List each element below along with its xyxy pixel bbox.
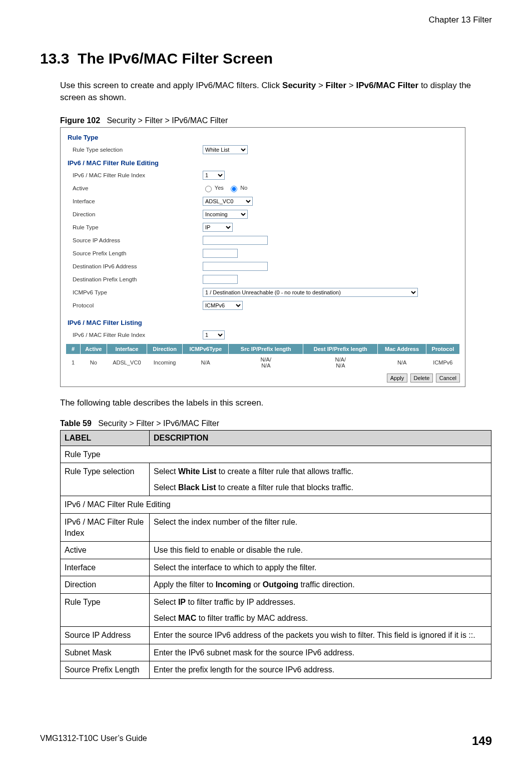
desc-row-ruletype-hdr: Rule Type bbox=[61, 446, 491, 463]
desc-row-ruletype-sel: Rule Type selection Select White List to… bbox=[61, 463, 491, 496]
ruletype2-label: Rule Type bbox=[73, 224, 203, 230]
interface-label: Interface bbox=[73, 198, 203, 204]
desc-desc-direction: Apply the filter to Incoming or Outgoing… bbox=[150, 576, 491, 594]
th-proto: Protocol bbox=[426, 343, 459, 354]
th-src: Src IP/Prefix length bbox=[229, 343, 303, 354]
table-caption-text: Security > Filter > IPv6/MAC Filter bbox=[98, 419, 219, 428]
desc-th-label: LABEL bbox=[61, 430, 150, 446]
icmp-dropdown[interactable]: 1 / Destination Unreachable (0 - no rout… bbox=[203, 288, 418, 297]
srcplen-label: Source Prefix Length bbox=[73, 250, 203, 256]
desc-label-srcplen: Source Prefix Length bbox=[61, 661, 150, 679]
desc-desc-subnet: Enter the IPv6 subnet mask for the sourc… bbox=[150, 644, 491, 661]
srcip-input[interactable] bbox=[203, 236, 268, 245]
desc-row-srcip: Source IP Address Enter the source IPv6 … bbox=[61, 627, 491, 644]
page-number: 149 bbox=[472, 734, 492, 748]
desc-row-interface: Interface Select the interface to which … bbox=[61, 559, 491, 576]
active-no-radio[interactable]: No bbox=[228, 185, 247, 191]
cell-mac: N/A bbox=[378, 354, 426, 370]
nav-sep-1: > bbox=[316, 81, 325, 90]
active-no-text: No bbox=[240, 185, 247, 191]
filter-listing-table: # Active Interface Direction ICMPv6Type … bbox=[66, 343, 460, 370]
desc-row-subnet: Subnet Mask Enter the IPv6 subnet mask f… bbox=[61, 644, 491, 661]
desc-row-ruletype2: Rule Type Select IP to filter traffic by… bbox=[61, 594, 491, 627]
cell-num: 1 bbox=[66, 354, 81, 370]
nav-security: Security bbox=[282, 81, 316, 90]
desc-cell-editing-hdr: IPv6 / MAC Filter Rule Editing bbox=[61, 496, 491, 514]
th-icmp: ICMPv6Type bbox=[183, 343, 229, 354]
description-table: LABEL DESCRIPTION Rule Type Rule Type se… bbox=[60, 430, 491, 679]
desc-row-srcplen: Source Prefix Length Enter the prefix le… bbox=[61, 661, 491, 679]
cancel-button[interactable]: Cancel bbox=[436, 373, 460, 383]
active-yes-radio[interactable]: Yes bbox=[203, 185, 224, 191]
nav-sep-2: > bbox=[346, 81, 356, 90]
cell-icmp: N/A bbox=[183, 354, 229, 370]
th-direction: Direction bbox=[147, 343, 183, 354]
filter-listing-heading: IPv6 / MAC Filter Listing bbox=[68, 319, 460, 326]
table-label: Table 59 bbox=[60, 419, 92, 428]
active-yes-text: Yes bbox=[215, 185, 224, 191]
listing-header-row: # Active Interface Direction ICMPv6Type … bbox=[66, 343, 460, 354]
srcplen-input[interactable] bbox=[203, 249, 238, 258]
desc-label-active: Active bbox=[61, 542, 150, 559]
cell-iface: ADSL_VC0 bbox=[107, 354, 147, 370]
cell-src: N/A/ N/A bbox=[229, 354, 303, 370]
dstplen-label: Destination Prefix Length bbox=[73, 276, 203, 282]
dstplen-input[interactable] bbox=[203, 275, 238, 284]
desc-desc-srcip: Enter the source IPv6 address of the pac… bbox=[150, 627, 491, 644]
icmp-label: ICMPv6 Type bbox=[73, 289, 203, 295]
interface-dropdown[interactable]: ADSL_VC0 bbox=[203, 197, 253, 206]
desc-row-active: Active Use this field to enable or disab… bbox=[61, 542, 491, 559]
chapter-header: Chapter 13 Filter bbox=[40, 15, 492, 25]
section-number: 13.3 bbox=[40, 50, 69, 67]
desc-row-ruleindex: IPv6 / MAC Filter Rule Index Select the … bbox=[61, 514, 491, 542]
footer-guide: VMG1312-T10C User’s Guide bbox=[40, 734, 147, 748]
ruletype2-dropdown[interactable]: IP bbox=[203, 223, 233, 232]
desc-label-subnet: Subnet Mask bbox=[61, 644, 150, 661]
active-label: Active bbox=[73, 185, 203, 191]
post-figure-text: The following table describes the labels… bbox=[60, 398, 492, 408]
desc-label-ruletype-sel: Rule Type selection bbox=[61, 463, 150, 496]
th-num: # bbox=[66, 343, 81, 354]
desc-desc-active: Use this field to enable or disable the … bbox=[150, 542, 491, 559]
intro-text-a: Use this screen to create and apply IPv6… bbox=[60, 81, 282, 90]
cell-proto: ICMPv6 bbox=[426, 354, 459, 370]
direction-dropdown[interactable]: Incoming bbox=[203, 210, 248, 219]
delete-button[interactable]: Delete bbox=[410, 373, 433, 383]
ruletype-heading: Rule Type bbox=[68, 134, 460, 141]
desc-th-desc: DESCRIPTION bbox=[150, 430, 491, 446]
figure-label: Figure 102 bbox=[60, 116, 100, 125]
desc-label-ruleindex: IPv6 / MAC Filter Rule Index bbox=[61, 514, 150, 542]
dstip-input[interactable] bbox=[203, 262, 268, 271]
rule-index-label: IPv6 / MAC Filter Rule Index bbox=[73, 172, 203, 178]
nav-filter: Filter bbox=[326, 81, 347, 90]
section-heading: 13.3 The IPv6/MAC Filter Screen bbox=[40, 50, 492, 67]
ruletype-selection-dropdown[interactable]: White List bbox=[203, 145, 248, 154]
cell-dir: Incoming bbox=[147, 354, 183, 370]
desc-header-row: LABEL DESCRIPTION bbox=[61, 430, 491, 446]
protocol-label: Protocol bbox=[73, 302, 203, 308]
table-caption: Table 59 Security > Filter > IPv6/MAC Fi… bbox=[60, 419, 492, 428]
listing-index-dropdown[interactable]: 1 bbox=[203, 330, 225, 339]
apply-button[interactable]: Apply bbox=[387, 373, 408, 383]
th-mac: Mac Address bbox=[378, 343, 426, 354]
nav-ipv6mac: IPv6/MAC Filter bbox=[356, 81, 418, 90]
section-title: The IPv6/MAC Filter Screen bbox=[78, 50, 273, 67]
desc-desc-interface: Select the interface to which to apply t… bbox=[150, 559, 491, 576]
desc-row-direction: Direction Apply the filter to Incoming o… bbox=[61, 576, 491, 594]
listing-row: 1 No ADSL_VC0 Incoming N/A N/A/ N/A N/A/… bbox=[66, 354, 460, 370]
rule-editing-heading: IPv6 / MAC Filter Rule Editing bbox=[68, 159, 460, 167]
desc-label-direction: Direction bbox=[61, 576, 150, 594]
desc-label-ruletype2: Rule Type bbox=[61, 594, 150, 627]
figure-caption-text: Security > Filter > IPv6/MAC Filter bbox=[107, 116, 228, 125]
srcip-label: Source IP Address bbox=[73, 237, 203, 243]
intro-paragraph: Use this screen to create and apply IPv6… bbox=[60, 80, 492, 104]
listing-index-label: IPv6 / MAC Filter Rule Index bbox=[73, 332, 203, 338]
desc-desc-ruleindex: Select the index number of the filter ru… bbox=[150, 514, 491, 542]
protocol-dropdown[interactable]: ICMPv6 bbox=[203, 301, 243, 310]
figure-screenshot: Rule Type Rule Type selection White List… bbox=[60, 127, 465, 387]
th-interface: Interface bbox=[107, 343, 147, 354]
dstip-label: Destination IPv6 Address bbox=[73, 263, 203, 269]
th-dst: Dest IP/Prefix length bbox=[303, 343, 378, 354]
rule-index-dropdown[interactable]: 1 bbox=[203, 171, 225, 180]
desc-row-editing-hdr: IPv6 / MAC Filter Rule Editing bbox=[61, 496, 491, 514]
